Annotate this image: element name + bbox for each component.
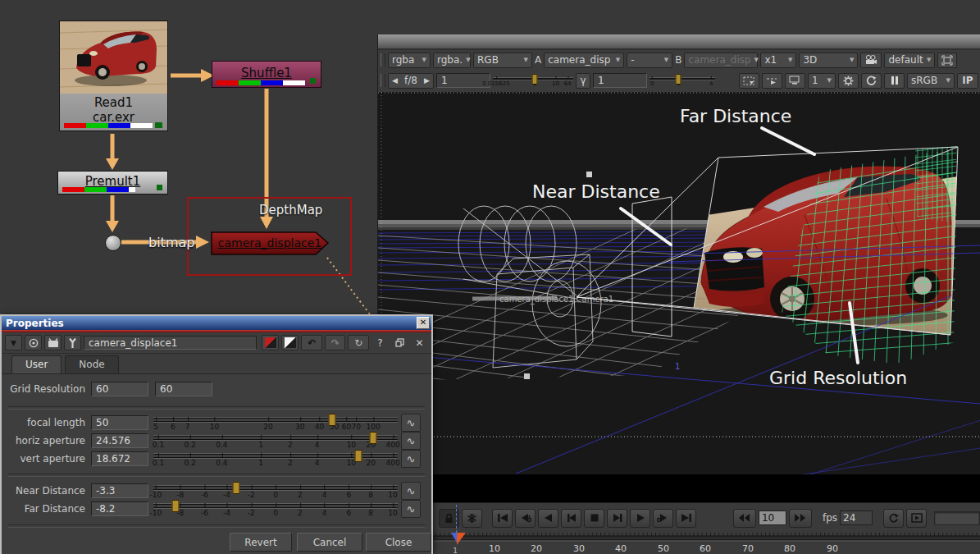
flipbook-icon[interactable] <box>906 509 927 528</box>
layer-b-select[interactable]: rgba.▼ <box>433 53 471 68</box>
properties-titlebar[interactable]: Properties ✕ <box>2 316 431 330</box>
curve-editor-icon[interactable]: ∿ <box>401 432 421 450</box>
gain-slider-handle[interactable] <box>531 74 537 85</box>
node-dot[interactable] <box>105 235 121 251</box>
close-panel-icon[interactable]: ✕ <box>411 335 428 350</box>
far-distance-input[interactable] <box>91 501 148 516</box>
prev-arrow-icon[interactable]: ◀ <box>392 76 398 85</box>
center-node-icon[interactable] <box>25 335 42 350</box>
tab-user[interactable]: User <box>11 355 62 373</box>
node-premult1[interactable]: Premult1 <box>57 171 168 195</box>
grid-resolution-y-input[interactable] <box>155 382 212 396</box>
curve-editor-icon[interactable]: ∿ <box>401 414 421 432</box>
gamma-input[interactable] <box>593 73 647 88</box>
viewer-pane-header[interactable] <box>378 34 980 50</box>
view-mode-select[interactable]: 3D▼ <box>799 53 858 68</box>
jump-back-icon[interactable] <box>733 509 756 528</box>
viewport-3d[interactable]: camera_displace1.Camera1 <box>378 92 980 502</box>
play-backward-icon[interactable] <box>538 509 558 528</box>
revert-button[interactable]: Revert <box>230 533 292 552</box>
grid-resolution-x-input[interactable] <box>91 382 148 396</box>
vert-aperture-input[interactable] <box>91 451 148 466</box>
loop-mode-icon[interactable] <box>883 509 904 528</box>
jump-forward-icon[interactable] <box>789 509 812 528</box>
input-process-toggle[interactable]: IP <box>957 73 978 89</box>
timeline-ruler[interactable]: 10 20 30 40 50 60 70 80 90 1 <box>378 533 980 554</box>
redo-icon[interactable]: ↷ <box>325 335 346 350</box>
pause-icon[interactable] <box>884 73 905 89</box>
layer-select[interactable]: rgba▼ <box>388 53 431 68</box>
input-b-select[interactable]: camera_disp▼ <box>684 53 758 68</box>
refresh-icon[interactable] <box>861 73 882 89</box>
focal-length-input[interactable] <box>91 415 148 430</box>
help-button[interactable]: ? <box>371 335 389 350</box>
selection-handle[interactable] <box>586 172 592 177</box>
roi-icon[interactable] <box>739 73 759 89</box>
focal-length-slider[interactable]: 5 6 7 10 20 30 40 50 60 70 100 <box>153 413 398 433</box>
next-arrow-icon[interactable]: ▶ <box>424 76 430 85</box>
goto-end-icon[interactable] <box>676 509 696 528</box>
horiz-aperture-slider[interactable]: 0.1 0.2 0.4 1 2 4 10 20 400 <box>153 431 398 451</box>
zoom-select[interactable]: x1▼ <box>760 53 796 68</box>
play-icon[interactable] <box>630 509 650 528</box>
settings-gear-icon[interactable] <box>838 73 859 89</box>
monitor-out-icon[interactable] <box>785 73 805 89</box>
vert-aperture-handle[interactable] <box>355 450 362 462</box>
tab-node[interactable]: Node <box>65 355 118 373</box>
fstop-stepper[interactable]: ◀ f/8 ▶ <box>388 73 434 89</box>
prev-keyframe-icon[interactable] <box>515 509 536 528</box>
step-back-icon[interactable] <box>561 509 581 528</box>
near-distance-input[interactable] <box>91 483 148 498</box>
curve-editor-icon[interactable]: ∿ <box>401 500 421 518</box>
cancel-button[interactable]: Cancel <box>297 533 362 552</box>
node-read1[interactable]: Read1 car.exr <box>59 21 168 131</box>
near-distance-slider[interactable]: -10 -8 -6 -4 -2 0 2 4 6 8 10 <box>153 481 398 501</box>
node-name-input[interactable] <box>84 336 257 350</box>
next-keyframe-icon[interactable] <box>653 509 673 528</box>
gamma-slider[interactable]: 0 1 4 <box>650 72 715 89</box>
horiz-aperture-handle[interactable] <box>370 432 377 444</box>
vert-aperture-slider[interactable]: 0.1 0.2 0.4 1 2 4 10 20 400 <box>153 449 398 469</box>
monitor-node-icon[interactable] <box>44 335 62 350</box>
curve-editor-icon[interactable]: ∿ <box>401 482 421 500</box>
viewer-lut-select[interactable]: sRGB▼ <box>907 73 955 89</box>
window-close-icon[interactable]: ✕ <box>417 317 430 329</box>
panel-menu-icon[interactable]: ▼ <box>5 335 22 350</box>
goto-start-icon[interactable] <box>492 509 513 528</box>
freeze-snowflake-icon[interactable] <box>462 509 482 528</box>
close-button[interactable]: Close <box>366 533 431 552</box>
input-a-select[interactable]: camera_disp▼ <box>544 53 624 68</box>
horiz-aperture-input[interactable] <box>91 433 148 448</box>
pane-grip[interactable] <box>381 74 385 87</box>
frame-viewer-icon[interactable] <box>937 53 957 68</box>
gamma-slider-handle[interactable] <box>676 74 681 85</box>
gain-slider[interactable]: 0.015625 1 10 64 <box>493 72 573 89</box>
camera-icon[interactable] <box>860 53 882 68</box>
focal-length-handle[interactable] <box>328 414 335 426</box>
revert-knobs-icon[interactable]: ↻ <box>348 335 369 350</box>
near-distance-handle[interactable] <box>233 482 240 494</box>
stereo-view-select[interactable]: 1▼ <box>808 73 836 89</box>
blend-mode-select[interactable]: -▼ <box>627 53 672 68</box>
gamma-button[interactable]: γ <box>576 73 590 89</box>
channel-select[interactable]: RGB▼ <box>473 53 532 68</box>
fps-input[interactable] <box>840 511 873 525</box>
selection-handle[interactable] <box>524 373 530 379</box>
frame-increment-input[interactable] <box>759 511 786 525</box>
gl-color-swatch[interactable] <box>281 335 299 350</box>
stop-icon[interactable] <box>584 509 604 528</box>
playhead-line[interactable] <box>456 505 458 533</box>
step-forward-icon[interactable] <box>607 509 627 528</box>
ruler-frame-labels: 10 20 30 40 50 60 70 80 90 <box>489 543 838 554</box>
float-panel-icon[interactable] <box>391 335 408 350</box>
node-shuffle1[interactable]: Shuffle1 <box>212 61 321 88</box>
wrench-icon[interactable] <box>64 335 81 350</box>
camera-select[interactable]: default▼ <box>884 53 935 68</box>
far-distance-handle[interactable] <box>171 500 179 512</box>
node-color-swatch[interactable] <box>262 335 279 350</box>
far-distance-slider[interactable]: -10 -8 -6 -4 -2 0 2 4 6 8 10 <box>153 499 398 519</box>
undo-icon[interactable]: ↶ <box>301 335 322 350</box>
proxy-toggle-icon[interactable] <box>762 73 782 89</box>
curve-editor-icon[interactable]: ∿ <box>401 450 421 468</box>
pane-grip[interactable] <box>381 53 385 66</box>
